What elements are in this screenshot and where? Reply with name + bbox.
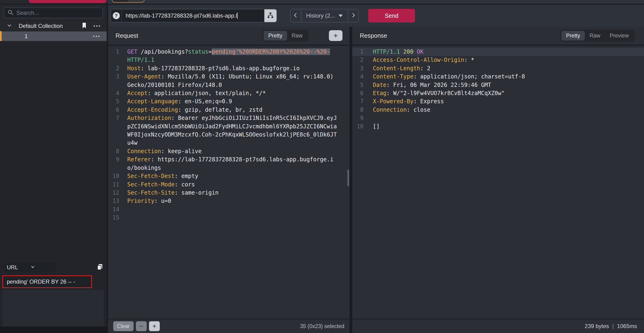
- proxy-button[interactable]: [264, 9, 276, 22]
- app-root: Default Collection 1: [0, 0, 644, 333]
- code-line: 7X-Powered-By: Express: [352, 97, 644, 106]
- protocol-help-cell[interactable]: ?: [111, 9, 122, 22]
- code-line: 1GET /api/bookings?status=pending'%20ORD…: [108, 48, 350, 64]
- tab-pretty[interactable]: Pretty: [562, 31, 585, 41]
- clear-button[interactable]: Clear: [113, 321, 134, 331]
- code-token: : https://lab-1772837288328-pt7sd6.labs-…: [127, 156, 333, 171]
- request-item-label: 1: [24, 33, 28, 40]
- top-strip-right: [108, 0, 644, 4]
- tab-raw[interactable]: Raw: [585, 31, 605, 41]
- history-dropdown[interactable]: History (2...: [301, 9, 348, 22]
- line-number: 5: [354, 81, 364, 89]
- line-number: 14: [110, 205, 119, 214]
- search-box[interactable]: [4, 8, 103, 18]
- search-input[interactable]: [16, 10, 99, 16]
- collection-menu-icon[interactable]: [93, 24, 100, 28]
- collection-name: Default Collection: [19, 23, 63, 29]
- history-prev-button[interactable]: [290, 9, 301, 22]
- cropped-tab-left[interactable]: [112, 0, 128, 2]
- code-token: Sec-Fetch-Dest: [127, 173, 174, 179]
- item-menu-icon[interactable]: [93, 34, 100, 39]
- line-number: 3: [110, 73, 119, 89]
- code-line: 6Accept-Encoding: gzip, deflate, br, zst…: [108, 106, 350, 114]
- line-number: 1: [110, 48, 119, 64]
- response-viewer: 1HTTP/1.1 200 OK2Access-Control-Allow-Or…: [352, 46, 644, 318]
- code-token: [330, 49, 333, 55]
- line-content: Authorization: Bearer eyJhbGciOiJIUzI1Ni…: [127, 114, 337, 147]
- code-line: 4Accept: application/json, text/plain, *…: [108, 89, 350, 97]
- response-stats: 239 bytes | 1065ms: [584, 323, 637, 329]
- cropped-red-action-button[interactable]: [29, 0, 106, 3]
- code-line: 10Sec-Fetch-Dest: empty: [108, 172, 350, 180]
- line-content: X-Powered-By: Express: [373, 97, 644, 106]
- code-line: 6Etag: W/"2-l9Fw4VUO7kr8CvBlt4zaMCqXZ0w": [352, 89, 644, 97]
- line-number: 10: [354, 123, 364, 131]
- tab-preview[interactable]: Preview: [605, 31, 634, 41]
- code-token: HTTP/1.1: [373, 49, 400, 55]
- history-nav-group: History (2...: [290, 9, 359, 23]
- code-line: 14: [108, 205, 350, 214]
- add-request-button[interactable]: +: [329, 30, 342, 41]
- sidebar-collection-row[interactable]: Default Collection: [0, 21, 107, 31]
- request-editor[interactable]: 1GET /api/bookings?status=pending'%20ORD…: [108, 46, 350, 318]
- code-line: 4Content-Type: application/json; charset…: [352, 73, 644, 81]
- code-line: 2Host: lab-1772837288328-pt7sd6.labs-app…: [108, 64, 350, 73]
- code-token: : keep-alive: [161, 148, 202, 155]
- code-token: pending'%20ORDER%20BY%2026%20--%20-: [212, 49, 330, 55]
- request-footer: Clear − + 35 (0x23) selected: [108, 318, 350, 333]
- url-value: https://lab-1772837288328-pt7sd6.labs-ap…: [126, 13, 237, 19]
- param-value-panel[interactable]: [2, 290, 104, 326]
- code-token: : lab-1772837288328-pt7sd6.labs-app.bugf…: [141, 65, 300, 72]
- help-icon[interactable]: ?: [113, 12, 120, 19]
- param-type-select[interactable]: URL: [4, 263, 56, 272]
- code-token: Priority: [127, 198, 154, 204]
- send-button[interactable]: Send: [368, 9, 415, 23]
- request-panel: Request Pretty Raw + 1GET /api/bookings?…: [108, 27, 350, 333]
- param-value-input[interactable]: [3, 278, 91, 285]
- code-line: 8Connection: close: [352, 106, 644, 114]
- sidebar-bottom-strip: [0, 326, 107, 333]
- line-number: 5: [110, 97, 119, 106]
- history-next-button[interactable]: [348, 9, 358, 22]
- code-token: Accept: [127, 90, 148, 97]
- line-number: 13: [110, 197, 119, 205]
- decrease-button[interactable]: −: [136, 321, 147, 331]
- request-header: Request Pretty Raw +: [108, 27, 350, 46]
- code-line: 7Authorization: Bearer eyJhbGciOiJIUzI1N…: [108, 114, 350, 147]
- sidebar-item-request-1[interactable]: 1: [0, 31, 107, 41]
- code-token: Sec-Fetch-Mode: [127, 181, 174, 188]
- chevron-right-icon: [350, 12, 356, 19]
- line-number: 3: [354, 64, 364, 73]
- bookmark-icon[interactable]: [82, 22, 87, 30]
- code-token: : *: [464, 57, 474, 63]
- param-editor-toolbar: URL: [0, 263, 107, 272]
- cropped-tab-group-outline[interactable]: [112, 0, 144, 3]
- line-number: 7: [110, 114, 119, 147]
- sidebar-search-section: [0, 5, 107, 21]
- line-content: Accept: application/json, text/plain, */…: [127, 89, 337, 97]
- request-scrollbar-thumb[interactable]: [348, 170, 349, 186]
- code-token: 200: [403, 49, 413, 55]
- code-token: Date: [373, 82, 386, 88]
- line-content: Host: lab-1772837288328-pt7sd6.labs-app.…: [127, 64, 337, 73]
- increase-button[interactable]: +: [149, 321, 160, 331]
- stats-separator: |: [612, 323, 614, 329]
- code-token: [413, 49, 416, 55]
- code-token: : Fri, 06 Mar 2026 22:59:46 GMT: [386, 82, 491, 88]
- url-input[interactable]: https://lab-1772837288328-pt7sd6.labs-ap…: [122, 9, 264, 22]
- tab-pretty[interactable]: Pretty: [264, 31, 287, 41]
- code-token: OK: [417, 49, 424, 55]
- cropped-tab-right[interactable]: [128, 0, 144, 2]
- chevron-down-icon[interactable]: [6, 23, 12, 29]
- copy-icon[interactable]: [96, 263, 104, 271]
- param-value-field: [2, 275, 92, 288]
- code-line: 2Access-Control-Allow-Origin: *: [352, 56, 644, 64]
- line-content: [373, 114, 644, 122]
- code-token: Content-Length: [373, 65, 420, 72]
- code-line: 8Connection: keep-alive: [108, 147, 350, 156]
- line-content: Priority: u=0: [127, 197, 337, 205]
- tab-raw[interactable]: Raw: [287, 31, 307, 41]
- code-token: Etag: [373, 90, 386, 97]
- code-token: Access-Control-Allow-Origin: [373, 57, 464, 63]
- sidebar-empty-area: [0, 41, 107, 254]
